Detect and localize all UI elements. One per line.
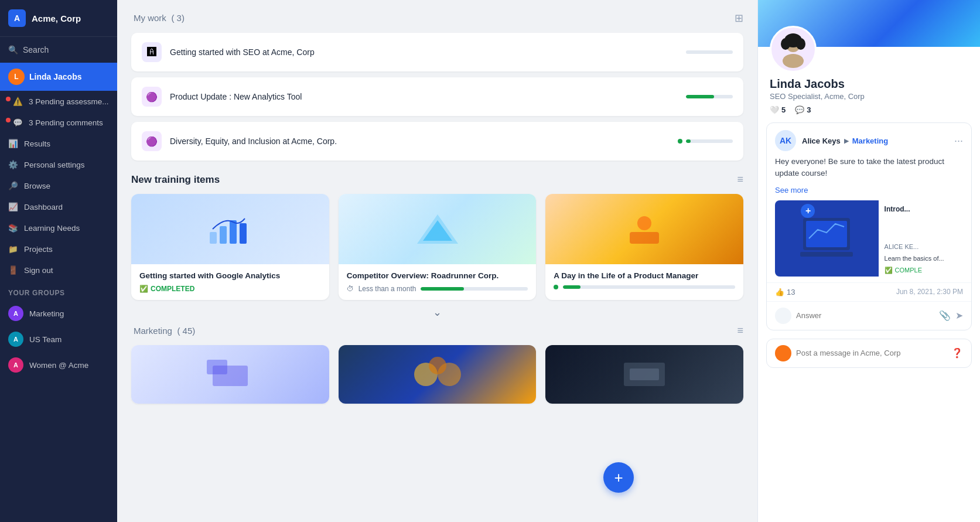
sidebar-item-personal-settings[interactable]: ⚙️ Personal settings bbox=[0, 154, 117, 175]
nav-label-comments: 3 Pending comments bbox=[29, 118, 103, 127]
nav-icon-browse: 🔎 bbox=[8, 181, 18, 190]
likes-reaction-count: 13 bbox=[787, 288, 795, 296]
svg-point-17 bbox=[783, 54, 804, 68]
progress-dot-pm bbox=[554, 285, 558, 289]
marketing-card-img-2 bbox=[339, 345, 537, 404]
training-card-meta-competitor: ⏱ Less than a month bbox=[347, 285, 528, 293]
nav-icon-signout: 🚪 bbox=[8, 265, 18, 275]
badge-dot-comments bbox=[6, 118, 11, 122]
reply-attachment-icon[interactable]: 📎 bbox=[939, 310, 951, 321]
training-card-competitor[interactable]: Competitor Overview: Roadrunner Corp. ⏱ … bbox=[339, 194, 537, 300]
new-training-list-view[interactable]: ≡ bbox=[737, 173, 743, 186]
work-card-dei[interactable]: 🟣 Diversity, Equity, and Inclusion at Ac… bbox=[131, 122, 743, 161]
post-see-more-link[interactable]: See more bbox=[767, 186, 971, 200]
training-progress-pm bbox=[563, 285, 735, 289]
post-media-preview[interactable]: + Introd... ALICE KE... Learn the basics… bbox=[775, 200, 963, 277]
sidebar-item-dashboard[interactable]: 📈 Dashboard bbox=[0, 196, 117, 217]
post-media-title: Introd... bbox=[879, 200, 963, 241]
groups-section-label: Your groups bbox=[0, 281, 117, 301]
marketing-list-view[interactable]: ≡ bbox=[737, 325, 743, 337]
sidebar-group-us-team[interactable]: A US Team bbox=[0, 326, 117, 352]
my-work-title: My work (3) bbox=[131, 12, 185, 24]
profile-comments: 💬 3 bbox=[795, 105, 811, 114]
group-avatar-marketing: A bbox=[8, 306, 23, 321]
my-work-header: My work (3) ⊞ bbox=[131, 12, 743, 25]
sidebar-item-learning-needs[interactable]: 📚 Learning Needs bbox=[0, 217, 117, 238]
message-bar: ❓ bbox=[766, 339, 972, 368]
work-card-icon-dei: 🟣 bbox=[142, 131, 162, 151]
profile-name: Linda Jacobs bbox=[770, 77, 968, 91]
new-training-title: New training items bbox=[131, 174, 220, 186]
sidebar-group-women-acme[interactable]: A Women @ Acme bbox=[0, 352, 117, 378]
group-avatar-women-acme: A bbox=[8, 357, 23, 373]
nav-label-projects: Projects bbox=[24, 245, 53, 254]
post-media-thumbnail: + bbox=[775, 200, 879, 277]
post-media-tag: ✅ COMPLE bbox=[879, 264, 963, 277]
help-icon[interactable]: ❓ bbox=[951, 347, 963, 359]
app-name: Acme, Corp bbox=[32, 13, 81, 23]
sidebar-item-pending-comments[interactable]: 💬 3 Pending comments bbox=[0, 112, 117, 133]
likes-reaction[interactable]: 👍 13 bbox=[775, 288, 795, 296]
logo-icon: Acme, CorpA bbox=[8, 9, 26, 27]
training-card-img-analytics bbox=[131, 194, 329, 264]
show-more-training[interactable]: ⌄ bbox=[131, 306, 743, 319]
reply-send-icon[interactable]: ➤ bbox=[955, 310, 963, 321]
sidebar-group-marketing[interactable]: A Marketing bbox=[0, 301, 117, 326]
progress-dot-dei bbox=[678, 139, 682, 144]
reply-avatar bbox=[775, 308, 791, 324]
nav-icon-projects: 📁 bbox=[8, 244, 18, 254]
marketing-card-2[interactable] bbox=[339, 345, 537, 404]
training-card-google-analytics[interactable]: Getting started with Google Analytics ✅ … bbox=[131, 194, 329, 300]
current-user-item[interactable]: L Linda Jacobs bbox=[0, 63, 117, 91]
reply-input[interactable] bbox=[796, 311, 934, 320]
marketing-grid bbox=[131, 345, 743, 404]
sidebar-item-browse[interactable]: 🔎 Browse bbox=[0, 175, 117, 196]
new-training-header: New training items ≡ bbox=[131, 173, 743, 186]
profile-likes: 🤍 5 bbox=[770, 105, 786, 114]
post-reactions: 👍 13 Jun 8, 2021, 2:30 PM bbox=[767, 282, 971, 301]
post-media-author: ALICE KE... bbox=[879, 241, 963, 253]
training-card-product-manager[interactable]: A Day in the Life of a Product Manager bbox=[545, 194, 743, 300]
sidebar-item-projects[interactable]: 📁 Projects bbox=[0, 238, 117, 260]
nav-label-dashboard: Dashboard bbox=[24, 203, 63, 211]
svg-rect-9 bbox=[213, 366, 248, 386]
svg-text:+: + bbox=[805, 206, 811, 216]
nav-icon-comments: 💬 bbox=[13, 118, 23, 127]
nav-icon-results: 📊 bbox=[8, 139, 18, 148]
work-card-progress-product bbox=[686, 95, 733, 98]
reply-box: 📎 ➤ bbox=[767, 301, 971, 330]
post-group-link[interactable]: Marketing bbox=[852, 137, 888, 145]
svg-rect-23 bbox=[806, 221, 847, 247]
post-author-info: Alice Keys ▶ Marketing bbox=[802, 137, 948, 145]
profile-role: SEO Specialist, Acme, Corp bbox=[770, 92, 968, 101]
marketing-card-1[interactable] bbox=[131, 345, 329, 404]
post-timestamp: Jun 8, 2021, 2:30 PM bbox=[896, 288, 963, 296]
badge-dot bbox=[6, 97, 11, 101]
svg-point-20 bbox=[796, 38, 805, 50]
user-avatar: L bbox=[8, 69, 25, 85]
training-card-img-competitor bbox=[339, 194, 537, 264]
fab-button[interactable]: + bbox=[603, 462, 634, 493]
work-card-seo[interactable]: 🅰 Getting started with SEO at Acme, Corp bbox=[131, 33, 743, 71]
plus-icon: + bbox=[614, 469, 623, 487]
training-card-title-competitor: Competitor Overview: Roadrunner Corp. bbox=[347, 271, 528, 280]
profile-avatar-wrap bbox=[770, 26, 817, 73]
my-work-view-toggle[interactable]: ⊞ bbox=[735, 12, 743, 25]
sidebar-item-pending-assessments[interactable]: ⚠️ 3 Pending assessme... bbox=[0, 91, 117, 112]
marketing-header: Marketing (45) ≡ bbox=[131, 325, 743, 337]
sidebar-item-results[interactable]: 📊 Results bbox=[0, 133, 117, 154]
sidebar-item-sign-out[interactable]: 🚪 Sign out bbox=[0, 260, 117, 281]
message-bar-input[interactable] bbox=[796, 349, 947, 357]
marketing-card-3[interactable] bbox=[545, 345, 743, 404]
checkmark-media-icon: ✅ bbox=[885, 267, 893, 274]
post-menu-button[interactable]: ··· bbox=[954, 135, 963, 147]
search-button[interactable]: 🔍 Search bbox=[0, 37, 117, 63]
work-card-product[interactable]: 🟣 Product Update : New Analytics Tool bbox=[131, 77, 743, 116]
nav-label-assessments: 3 Pending assessme... bbox=[29, 97, 109, 106]
svg-rect-3 bbox=[240, 223, 247, 244]
sidebar-logo[interactable]: Acme, CorpA Acme, Corp bbox=[0, 0, 117, 37]
work-card-title-seo: Getting started with SEO at Acme, Corp bbox=[170, 47, 678, 57]
comment-icon: 💬 bbox=[795, 105, 804, 114]
svg-rect-7 bbox=[630, 232, 659, 244]
my-work-count: (3) bbox=[172, 13, 185, 23]
